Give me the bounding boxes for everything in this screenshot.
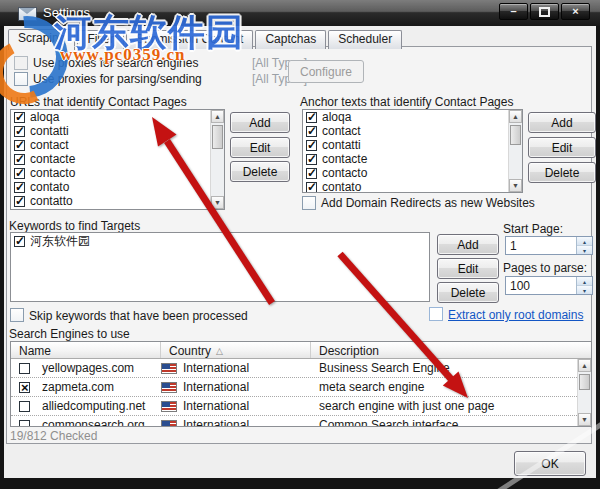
scroll-up-icon[interactable]: ▲ [578, 359, 591, 372]
pages-to-parse-label: Pages to parse: [503, 261, 587, 275]
list-item[interactable]: 河东软件园 [11, 233, 429, 249]
item-label: contato [322, 180, 361, 193]
anchors-scrollbar[interactable]: ▲ ▼ [508, 110, 522, 192]
item-checkbox[interactable] [306, 168, 317, 179]
column-header-country[interactable]: Country△ [161, 342, 311, 358]
table-row[interactable]: commonsearch.org International Common Se… [11, 416, 591, 427]
keywords-edit-button[interactable]: Edit [437, 258, 499, 279]
table-row[interactable]: alliedcomputing.net International search… [11, 397, 591, 416]
extract-root-domains-checkbox[interactable] [429, 307, 443, 321]
window-controls: – × [499, 3, 590, 20]
column-header-name[interactable]: Name [11, 342, 161, 358]
item-checkbox[interactable] [14, 154, 25, 165]
anchors-edit-button[interactable]: Edit [528, 137, 596, 158]
keywords-delete-button[interactable]: Delete [437, 282, 499, 303]
table-row[interactable]: zapmeta.com International meta search en… [11, 378, 591, 397]
watermark-site-url: www.pc0359.cn [60, 45, 185, 65]
pages-to-parse-spinner[interactable]: 100 ▴▾ [505, 276, 593, 295]
engine-country: International [183, 418, 249, 427]
urls-add-button[interactable]: Add [230, 112, 290, 133]
list-item[interactable]: contacto [11, 166, 224, 180]
list-item[interactable]: mailto [11, 208, 224, 210]
spin-up-icon[interactable]: ▴ [577, 277, 592, 286]
scrollbar-thumb[interactable] [212, 125, 223, 149]
list-item[interactable]: contatto [11, 194, 224, 208]
keywords-listbox[interactable]: 河东软件园 [10, 232, 430, 302]
engine-description: Business Search Engine [311, 361, 591, 375]
row-checkbox[interactable] [19, 363, 30, 374]
spin-down-icon[interactable]: ▾ [577, 246, 592, 254]
list-item[interactable]: contatti [303, 138, 522, 152]
item-checkbox[interactable] [14, 182, 25, 193]
extract-root-domains-link[interactable]: Extract only root domains [448, 308, 583, 322]
urls-edit-button[interactable]: Edit [230, 137, 290, 158]
close-button[interactable]: × [561, 3, 590, 20]
header-label: Description [319, 344, 379, 358]
skip-keywords-checkbox[interactable] [10, 308, 24, 322]
row-checkbox[interactable] [19, 401, 30, 412]
list-item[interactable]: contacte [303, 152, 522, 166]
item-checkbox[interactable] [306, 112, 317, 123]
urls-listbox[interactable]: aloqa contatti contact contacte contacto… [10, 109, 225, 210]
table-row[interactable]: yellowpages.com International Business S… [11, 359, 591, 378]
item-label: contacte [30, 152, 75, 166]
tab-scheduler[interactable]: Scheduler [328, 30, 402, 49]
list-item[interactable]: aloqa [303, 110, 522, 124]
scrollbar-thumb[interactable] [579, 374, 590, 390]
item-checkbox[interactable] [14, 236, 25, 247]
tab-captchas[interactable]: Captchas [255, 30, 326, 49]
list-item[interactable]: contact [303, 124, 522, 138]
list-item[interactable]: contato [303, 180, 522, 193]
scroll-down-icon[interactable]: ▼ [509, 179, 522, 192]
list-item[interactable]: contacto [303, 166, 522, 180]
international-flag-icon [161, 382, 177, 393]
engine-country: International [183, 399, 249, 413]
item-checkbox[interactable] [14, 168, 25, 179]
item-checkbox[interactable] [14, 196, 25, 207]
item-label: aloqa [322, 110, 351, 124]
scrollbar-thumb[interactable] [510, 125, 521, 145]
list-item[interactable]: contatti [11, 124, 224, 138]
checked-count-status: 19/812 Checked [10, 429, 97, 443]
configure-button[interactable]: Configure [288, 60, 364, 83]
anchors-add-button[interactable]: Add [528, 112, 596, 133]
item-label: contacto [30, 166, 75, 180]
table-scrollbar[interactable]: ▲ ▼ [577, 359, 591, 426]
spin-up-icon[interactable]: ▴ [577, 237, 592, 246]
engine-country: International [183, 361, 249, 375]
item-checkbox[interactable] [306, 126, 317, 137]
item-checkbox[interactable] [14, 112, 25, 123]
list-item[interactable]: aloqa [11, 110, 224, 124]
pages-to-parse-value[interactable]: 100 [506, 277, 576, 294]
scroll-up-icon[interactable]: ▲ [211, 110, 224, 123]
item-checkbox[interactable] [14, 140, 25, 151]
start-page-value[interactable]: 1 [506, 237, 576, 254]
scroll-down-icon[interactable]: ▼ [578, 413, 591, 426]
item-checkbox[interactable] [14, 126, 25, 137]
start-page-spinner[interactable]: 1 ▴▾ [505, 236, 593, 255]
minimize-button[interactable]: – [499, 3, 528, 20]
item-checkbox[interactable] [306, 182, 317, 193]
row-checkbox[interactable] [19, 420, 30, 428]
item-checkbox[interactable] [14, 210, 25, 211]
add-domain-redirects-checkbox[interactable] [302, 196, 316, 210]
anchors-listbox[interactable]: aloqa contact contatti contacte contacto… [302, 109, 523, 193]
column-header-description[interactable]: Description [311, 342, 591, 358]
keywords-add-button[interactable]: Add [437, 234, 499, 255]
list-item[interactable]: contato [11, 180, 224, 194]
anchors-delete-button[interactable]: Delete [528, 162, 596, 183]
urls-delete-button[interactable]: Delete [230, 161, 290, 182]
add-domain-redirects-label: Add Domain Redirects as new Websites [321, 196, 535, 210]
start-page-label: Start Page: [503, 222, 563, 236]
urls-scrollbar[interactable]: ▲ ▼ [210, 110, 224, 209]
list-item[interactable]: contact [11, 138, 224, 152]
scroll-down-icon[interactable]: ▼ [211, 196, 224, 209]
search-engines-table[interactable]: Name Country△ Description yellowpages.co… [10, 341, 592, 427]
maximize-button[interactable] [530, 3, 559, 20]
spin-down-icon[interactable]: ▾ [577, 286, 592, 294]
item-checkbox[interactable] [306, 140, 317, 151]
row-checkbox[interactable] [19, 382, 30, 393]
scroll-up-icon[interactable]: ▲ [509, 110, 522, 123]
list-item[interactable]: contacte [11, 152, 224, 166]
item-checkbox[interactable] [306, 154, 317, 165]
